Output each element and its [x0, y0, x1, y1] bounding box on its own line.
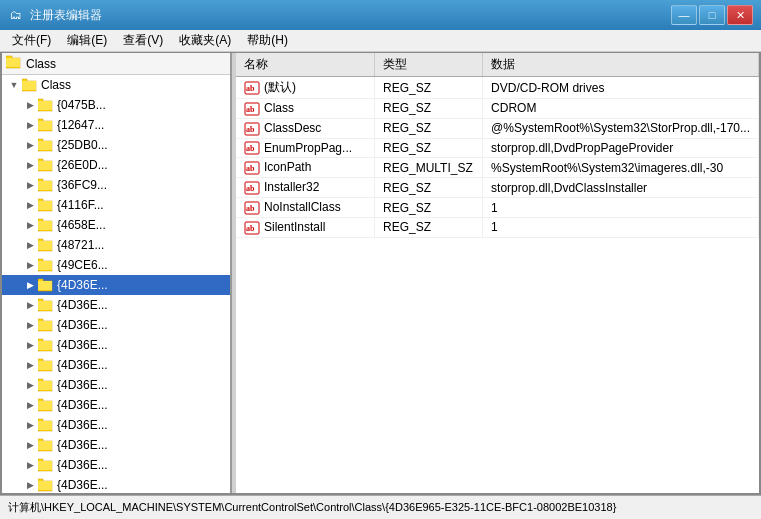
tree-expander[interactable]: ▶: [22, 437, 38, 453]
minimize-button[interactable]: —: [671, 5, 697, 25]
table-row[interactable]: ab ClassDescREG_SZ@%SystemRoot%\System32…: [236, 118, 759, 138]
reg-data-cell: CDROM: [483, 99, 759, 119]
tree-node[interactable]: ▶ {4D36E...: [2, 395, 230, 415]
tree-expander[interactable]: ▶: [22, 257, 38, 273]
svg-rect-17: [38, 161, 52, 170]
table-row[interactable]: ab IconPathREG_MULTI_SZ%SystemRoot%\Syst…: [236, 158, 759, 178]
col-name[interactable]: 名称: [236, 53, 374, 77]
tree-node[interactable]: ▶ {4116F...: [2, 195, 230, 215]
reg-type-cell: REG_SZ: [374, 118, 482, 138]
tree-node[interactable]: ▶ {4D36E...: [2, 455, 230, 475]
tree-node[interactable]: ▶ {12647...: [2, 115, 230, 135]
svg-rect-20: [38, 181, 52, 190]
folder-icon: [38, 158, 54, 172]
table-row[interactable]: ab NoInstallClassREG_SZ1: [236, 198, 759, 218]
close-button[interactable]: ✕: [727, 5, 753, 25]
menu-help[interactable]: 帮助(H): [239, 30, 296, 51]
app-icon: 🗂: [8, 7, 24, 23]
tree-expander[interactable]: ▶: [22, 197, 38, 213]
tree-node[interactable]: ▶ {48721...: [2, 235, 230, 255]
tree-nodes: ▼ Class▶ {0475B...▶ {12647...▶ {25DB0...…: [2, 75, 230, 493]
tree-expander[interactable]: ▶: [22, 277, 38, 293]
tree-expander[interactable]: ▶: [22, 457, 38, 473]
col-data[interactable]: 数据: [483, 53, 759, 77]
tree-node-label: {12647...: [57, 118, 104, 132]
table-row[interactable]: ab Installer32REG_SZstorprop.dll,DvdClas…: [236, 178, 759, 198]
tree-node[interactable]: ▶ {4D36E...: [2, 335, 230, 355]
reg-type-cell: REG_SZ: [374, 178, 482, 198]
reg-type-cell: REG_SZ: [374, 198, 482, 218]
tree-node[interactable]: ▶ {4658E...: [2, 215, 230, 235]
tree-node[interactable]: ▶ {4D36E...: [2, 295, 230, 315]
svg-rect-8: [38, 101, 52, 110]
title-bar: 🗂 注册表编辑器 — □ ✕: [0, 0, 761, 30]
folder-icon: [38, 98, 54, 112]
reg-value-icon: ab: [244, 161, 260, 175]
col-type[interactable]: 类型: [374, 53, 482, 77]
table-row[interactable]: ab ClassREG_SZCDROM: [236, 99, 759, 119]
tree-expander[interactable]: ▶: [22, 417, 38, 433]
menu-view[interactable]: 查看(V): [115, 30, 171, 51]
tree-node[interactable]: ▶ {4D36E...: [2, 375, 230, 395]
reg-type-cell: REG_SZ: [374, 217, 482, 237]
menu-favorites[interactable]: 收藏夹(A): [171, 30, 239, 51]
tree-node-label: {25DB0...: [57, 138, 108, 152]
tree-expander[interactable]: ▶: [22, 157, 38, 173]
table-row[interactable]: ab SilentInstallREG_SZ1: [236, 217, 759, 237]
tree-node[interactable]: ▶ {4D36E...: [2, 475, 230, 493]
tree-header: Class: [2, 53, 230, 75]
tree-node-label: {49CE6...: [57, 258, 108, 272]
tree-expander[interactable]: ▶: [22, 337, 38, 353]
tree-expander[interactable]: ▼: [6, 77, 22, 93]
svg-text:ab: ab: [246, 184, 255, 193]
tree-node-label: {4658E...: [57, 218, 106, 232]
folder-icon: [38, 438, 54, 452]
table-row[interactable]: ab (默认)REG_SZDVD/CD-ROM drives: [236, 77, 759, 99]
tree-expander[interactable]: ▶: [22, 377, 38, 393]
folder-icon: [38, 178, 54, 192]
reg-type-cell: REG_SZ: [374, 99, 482, 119]
svg-rect-2: [6, 58, 20, 67]
tree-expander[interactable]: ▶: [22, 217, 38, 233]
tree-expander[interactable]: ▶: [22, 357, 38, 373]
tree-node[interactable]: ▶ {25DB0...: [2, 135, 230, 155]
tree-expander[interactable]: ▶: [22, 177, 38, 193]
menu-file[interactable]: 文件(F): [4, 30, 59, 51]
tree-panel[interactable]: Class ▼ Class▶ {0475B...▶ {12647...▶ {25…: [2, 53, 232, 493]
reg-data-cell: 1: [483, 198, 759, 218]
registry-panel[interactable]: 名称 类型 数据 ab (默认)REG_SZDVD/CD-ROM drives …: [236, 53, 759, 493]
tree-node[interactable]: ▶ {4D36E...: [2, 435, 230, 455]
tree-node[interactable]: ▼ Class: [2, 75, 230, 95]
tree-expander[interactable]: ▶: [22, 117, 38, 133]
tree-expander[interactable]: ▶: [22, 237, 38, 253]
svg-rect-29: [38, 241, 52, 250]
tree-expander[interactable]: ▶: [22, 397, 38, 413]
tree-node-label: {4D36E...: [57, 478, 108, 492]
tree-expander[interactable]: ▶: [22, 97, 38, 113]
tree-node-label: {26E0D...: [57, 158, 108, 172]
tree-node[interactable]: ▶ {36FC9...: [2, 175, 230, 195]
reg-value-icon: ab: [244, 81, 260, 95]
folder-icon: [22, 78, 38, 92]
tree-node-label: {4D36E...: [57, 458, 108, 472]
tree-node-label: {4D36E...: [57, 298, 108, 312]
reg-name-cell: ab SilentInstall: [236, 217, 374, 237]
tree-node[interactable]: ▶ {26E0D...: [2, 155, 230, 175]
svg-rect-26: [38, 221, 52, 230]
tree-node[interactable]: ▶ {49CE6...: [2, 255, 230, 275]
maximize-button[interactable]: □: [699, 5, 725, 25]
tree-node[interactable]: ▶ {4D36E...: [2, 355, 230, 375]
menu-edit[interactable]: 编辑(E): [59, 30, 115, 51]
table-row[interactable]: ab EnumPropPag...REG_SZstorprop.dll,DvdP…: [236, 138, 759, 158]
tree-node[interactable]: ▶ {0475B...: [2, 95, 230, 115]
tree-expander[interactable]: ▶: [22, 297, 38, 313]
reg-data-cell: @%SystemRoot%\System32\StorProp.dll,-170…: [483, 118, 759, 138]
tree-expander[interactable]: ▶: [22, 477, 38, 493]
tree-expander[interactable]: ▶: [22, 317, 38, 333]
tree-node[interactable]: ▶ {4D36E...: [2, 315, 230, 335]
tree-expander[interactable]: ▶: [22, 137, 38, 153]
status-text: 计算机\HKEY_LOCAL_MACHINE\SYSTEM\CurrentCon…: [8, 500, 616, 515]
tree-node[interactable]: ▶ {4D36E...: [2, 275, 230, 295]
tree-node[interactable]: ▶ {4D36E...: [2, 415, 230, 435]
reg-value-icon: ab: [244, 102, 260, 116]
